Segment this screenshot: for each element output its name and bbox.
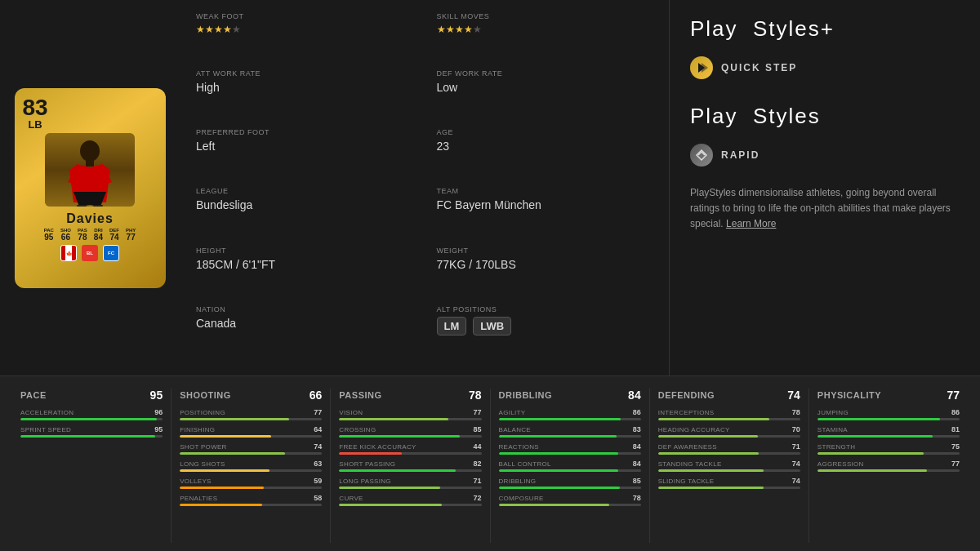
- player-silhouette-svg: [45, 133, 135, 207]
- play-styles-title-p1: Play: [690, 104, 738, 128]
- alt-pos-badges: LM LWB: [437, 317, 653, 335]
- stat-num-1-5: 58: [314, 494, 322, 502]
- stat-bar-fill-3-3: [499, 469, 618, 472]
- attr-skill-moves-stars: ★★★★★: [437, 24, 653, 35]
- alt-pos-lwb: LWB: [473, 317, 511, 335]
- play-style-rapid: RAPID: [690, 144, 960, 167]
- stat-row-2-4: LONG PASSING71: [339, 477, 481, 489]
- attributes-panel: WEAK FOOT ★★★★★ SKILL MOVES ★★★★★ ATT WO…: [180, 0, 670, 375]
- stat-name-1-1: FINISHING: [180, 426, 215, 433]
- card-stat-dri-value: 84: [94, 233, 103, 242]
- stat-name-1-0: POSITIONING: [180, 409, 225, 416]
- stat-cat-name-1: SHOOTING: [180, 390, 231, 400]
- stat-row-top-1-0: POSITIONING77: [180, 408, 322, 416]
- quick-step-icon: [690, 56, 713, 79]
- play-styles-plus-title-p2: Styles+: [753, 16, 835, 41]
- stat-name-2-3: SHORT PASSING: [339, 460, 395, 468]
- play-styles-title: Play Styles: [690, 104, 960, 129]
- stat-bar-fill-2-3: [339, 469, 456, 472]
- stat-num-1-3: 63: [314, 460, 322, 468]
- attr-weak-foot-label: WEAK FOOT: [196, 12, 412, 20]
- stat-name-1-3: LONG SHOTS: [180, 460, 225, 468]
- stat-num-1-1: 64: [314, 425, 322, 433]
- attr-alt-positions: ALT POSITIONS LM LWB: [437, 305, 653, 363]
- attr-height-label: HEIGHT: [196, 247, 412, 255]
- stat-name-3-4: DRIBBLING: [499, 478, 537, 485]
- svg-rect-2: [86, 160, 94, 167]
- card-top: 83 LB: [23, 96, 158, 130]
- stat-row-top-4-1: HEADING ACCURACY70: [658, 425, 800, 433]
- stat-row-top-2-0: VISION77: [339, 408, 481, 416]
- stat-bar-fill-5-0: [817, 418, 940, 420]
- stat-cat-value-0: 95: [150, 389, 163, 402]
- stat-name-1-4: VOLLEYS: [180, 478, 212, 485]
- stat-cat-name-4: DEFENDING: [658, 390, 715, 400]
- stat-bar-0-0: [20, 418, 163, 420]
- player-name: Davies: [66, 211, 114, 226]
- card-stat-dri: DRI 84: [94, 228, 103, 242]
- stat-cat-name-0: PACE: [20, 390, 47, 400]
- stat-name-4-3: STANDING TACKLE: [658, 460, 722, 468]
- attr-att-work-rate-label: ATT WORK RATE: [196, 69, 412, 78]
- stat-bar-5-0: [817, 418, 960, 420]
- stat-bar-fill-3-1: [499, 435, 617, 438]
- stat-row-3-0: AGILITY86: [499, 408, 641, 420]
- play-style-quick-step: QUICK STEP: [690, 56, 960, 79]
- stat-bar-fill-4-3: [658, 469, 764, 472]
- stat-num-1-0: 77: [314, 408, 322, 416]
- attr-league-label: LEAGUE: [196, 187, 412, 195]
- stat-num-4-0: 78: [792, 408, 800, 416]
- stat-bar-1-4: [180, 487, 322, 489]
- stat-row-1-5: PENALTIES58: [180, 494, 322, 506]
- stat-num-4-2: 71: [792, 442, 800, 451]
- stat-bar-0-1: [20, 435, 163, 438]
- card-rating: 83: [23, 96, 48, 119]
- stat-bar-3-3: [499, 469, 641, 472]
- attr-skill-moves: SKILL MOVES ★★★★★: [437, 12, 653, 63]
- stat-row-top-5-1: STAMINA81: [817, 425, 960, 433]
- stat-row-0-0: ACCELERATION96: [20, 408, 163, 420]
- stat-bar-fill-1-4: [180, 487, 264, 489]
- stat-cat-value-5: 77: [947, 389, 960, 402]
- play-styles-plus-title-p1: Play: [690, 16, 738, 41]
- stat-row-3-1: BALANCE83: [499, 425, 641, 438]
- stat-bar-5-3: [817, 469, 960, 472]
- stat-cat-header-2: PASSING78: [339, 389, 481, 402]
- stat-row-top-3-4: DRIBBLING85: [499, 477, 641, 485]
- top-section: 83 LB: [0, 0, 980, 375]
- learn-more-link[interactable]: Learn More: [726, 218, 776, 229]
- attr-age-value: 23: [437, 140, 653, 153]
- stat-row-top-4-3: STANDING TACKLE74: [658, 460, 800, 468]
- stat-num-0-0: 96: [154, 408, 163, 416]
- stat-bar-fill-2-1: [339, 435, 460, 438]
- stat-cat-value-4: 74: [787, 389, 800, 402]
- stat-row-top-2-5: CURVE72: [339, 494, 481, 502]
- stat-row-top-5-0: JUMPING86: [817, 408, 960, 416]
- stat-bar-3-0: [499, 418, 641, 420]
- stat-name-2-5: CURVE: [339, 495, 363, 502]
- stat-row-top-2-4: LONG PASSING71: [339, 477, 481, 485]
- attr-preferred-foot: PREFERRED FOOT Left: [196, 128, 412, 180]
- stat-row-top-2-3: SHORT PASSING82: [339, 460, 481, 468]
- stat-bar-4-1: [658, 435, 800, 438]
- attr-team-label: TEAM: [437, 187, 653, 195]
- card-stat-pac-label: PAC: [44, 228, 54, 233]
- stat-cat-header-3: DRIBBLING84: [499, 389, 641, 402]
- stat-row-top-0-1: SPRINT SPEED95: [20, 425, 163, 433]
- alt-pos-lm: LM: [437, 317, 467, 335]
- league-badge: BL: [82, 245, 98, 261]
- stat-row-4-3: STANDING TACKLE74: [658, 460, 800, 472]
- card-stat-pas: PAS 78: [78, 228, 87, 242]
- stat-cat-value-3: 84: [628, 389, 641, 402]
- stat-row-top-5-3: AGGRESSION77: [817, 460, 960, 468]
- stat-row-2-1: CROSSING85: [339, 425, 481, 438]
- attr-preferred-foot-label: PREFERRED FOOT: [196, 128, 412, 136]
- stat-num-3-0: 86: [633, 408, 641, 416]
- stat-num-4-3: 74: [792, 460, 800, 468]
- stat-bar-fill-4-1: [658, 435, 758, 438]
- stat-bar-1-5: [180, 504, 322, 506]
- stat-num-2-2: 44: [474, 442, 482, 451]
- stat-row-1-0: POSITIONING77: [180, 408, 322, 420]
- main-container: 83 LB: [0, 0, 980, 551]
- stat-bar-4-0: [658, 418, 800, 420]
